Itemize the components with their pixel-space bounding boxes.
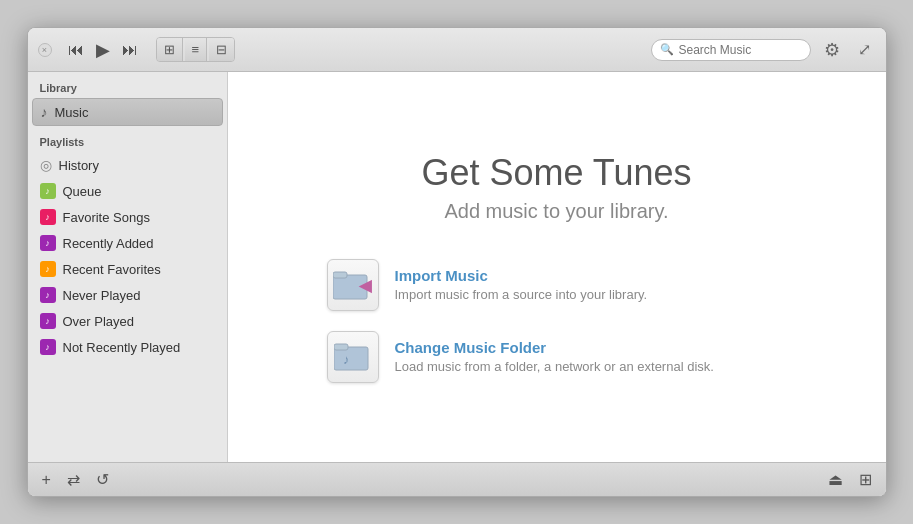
import-music-action[interactable]: ◀ Import Music Import music from a sourc… — [327, 259, 648, 311]
refresh-button[interactable]: ↺ — [92, 468, 113, 491]
import-music-title: Import Music — [395, 267, 648, 284]
titlebar: × ⏮ ▶ ⏭ ⊞ ≡ ⊟ 🔍 ⚙ ⤢ — [28, 28, 886, 72]
change-folder-svg: ♪ — [334, 341, 372, 373]
svg-text:◀: ◀ — [358, 277, 372, 294]
search-input[interactable] — [679, 43, 802, 57]
sidebar-item-never-played-label: Never Played — [63, 288, 141, 303]
import-folder-svg: ◀ — [333, 268, 373, 302]
sidebar-item-recently-added[interactable]: ♪ Recently Added — [28, 230, 227, 256]
sidebar-item-recently-added-label: Recently Added — [63, 236, 154, 251]
never-played-icon: ♪ — [40, 287, 56, 303]
sidebar-item-history[interactable]: ◎ History — [28, 152, 227, 178]
not-recently-played-icon: ♪ — [40, 339, 56, 355]
sidebar-item-queue-label: Queue — [63, 184, 102, 199]
change-folder-action[interactable]: ♪ Change Music Folder Load music from a … — [327, 331, 714, 383]
sidebar-item-queue[interactable]: ♪ Queue — [28, 178, 227, 204]
view-toggle: ⊞ ≡ ⊟ — [156, 37, 236, 62]
bottombar: + ⇄ ↺ ⏏ ⊞ — [28, 462, 886, 496]
recent-favorites-icon: ♪ — [40, 261, 56, 277]
sidebar: Library ♪ Music Playlists ◎ History ♪ Qu… — [28, 72, 228, 462]
sidebar-item-favorite-songs[interactable]: ♪ Favorite Songs — [28, 204, 227, 230]
svg-rect-1 — [333, 272, 347, 278]
equalizer-button[interactable]: ⊞ — [855, 468, 876, 491]
sidebar-item-recent-favorites[interactable]: ♪ Recent Favorites — [28, 256, 227, 282]
column-view-button[interactable]: ⊟ — [209, 38, 234, 61]
fullscreen-button[interactable]: ⤢ — [853, 38, 876, 61]
svg-rect-4 — [334, 344, 348, 350]
sidebar-item-never-played[interactable]: ♪ Never Played — [28, 282, 227, 308]
search-icon: 🔍 — [660, 43, 674, 56]
sidebar-item-not-recently-played[interactable]: ♪ Not Recently Played — [28, 334, 227, 360]
bottom-right-controls: ⏏ ⊞ — [824, 468, 876, 491]
queue-icon: ♪ — [40, 183, 56, 199]
change-folder-text: Change Music Folder Load music from a fo… — [395, 339, 714, 374]
change-folder-icon-box: ♪ — [327, 331, 379, 383]
list-view-button[interactable]: ≡ — [185, 38, 208, 61]
favorite-songs-icon: ♪ — [40, 209, 56, 225]
sidebar-item-music-label: Music — [55, 105, 89, 120]
add-button[interactable]: + — [38, 469, 55, 491]
play-button[interactable]: ▶ — [92, 37, 114, 63]
transport-controls: ⏮ ▶ ⏭ — [64, 37, 142, 63]
import-music-desc: Import music from a source into your lib… — [395, 287, 648, 302]
sidebar-item-music[interactable]: ♪ Music — [32, 98, 223, 126]
change-folder-desc: Load music from a folder, a network or a… — [395, 359, 714, 374]
import-music-text: Import Music Import music from a source … — [395, 267, 648, 302]
change-folder-title: Change Music Folder — [395, 339, 714, 356]
eject-button[interactable]: ⏏ — [824, 468, 847, 491]
sidebar-item-over-played-label: Over Played — [63, 314, 135, 329]
sidebar-item-over-played[interactable]: ♪ Over Played — [28, 308, 227, 334]
next-button[interactable]: ⏭ — [118, 37, 142, 63]
over-played-icon: ♪ — [40, 313, 56, 329]
prev-button[interactable]: ⏮ — [64, 37, 88, 63]
hero-subtitle: Add music to your library. — [444, 200, 668, 223]
import-music-icon-box: ◀ — [327, 259, 379, 311]
content-area: Get Some Tunes Add music to your library… — [228, 72, 886, 462]
recently-added-icon: ♪ — [40, 235, 56, 251]
sidebar-item-favorite-songs-label: Favorite Songs — [63, 210, 150, 225]
grid-view-button[interactable]: ⊞ — [157, 38, 183, 61]
hero-title: Get Some Tunes — [421, 152, 691, 194]
history-icon: ◎ — [40, 157, 52, 173]
library-section-label: Library — [28, 72, 227, 98]
action-list: ◀ Import Music Import music from a sourc… — [327, 259, 787, 383]
settings-button[interactable]: ⚙ — [819, 37, 845, 63]
music-note-icon: ♪ — [41, 104, 48, 120]
sidebar-item-history-label: History — [59, 158, 99, 173]
playlists-section-label: Playlists — [28, 126, 227, 152]
close-button[interactable]: × — [38, 43, 52, 57]
arrows-button[interactable]: ⇄ — [63, 468, 84, 491]
search-box[interactable]: 🔍 — [651, 39, 811, 61]
svg-text:♪: ♪ — [343, 352, 350, 367]
main-window: × ⏮ ▶ ⏭ ⊞ ≡ ⊟ 🔍 ⚙ ⤢ Library ♪ Music Play… — [27, 27, 887, 497]
sidebar-item-not-recently-played-label: Not Recently Played — [63, 340, 181, 355]
sidebar-item-recent-favorites-label: Recent Favorites — [63, 262, 161, 277]
main-area: Library ♪ Music Playlists ◎ History ♪ Qu… — [28, 72, 886, 462]
